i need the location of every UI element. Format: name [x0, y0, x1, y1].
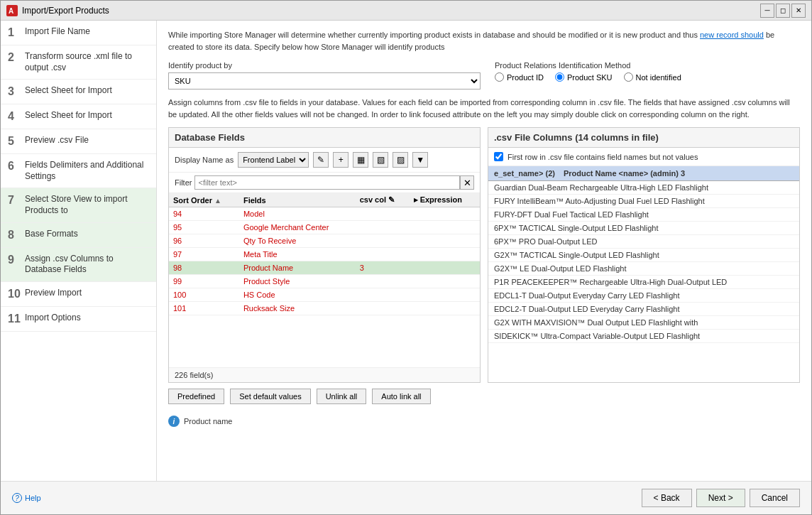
sidebar-item-9[interactable]: 9Assign .csv Columns to Database Fields	[1, 248, 156, 282]
copy-icon-btn[interactable]: ▦	[353, 152, 368, 168]
table-row[interactable]: 95 Google Merchant Center	[169, 221, 480, 234]
list-item[interactable]: G2X™ LE Dual-Output LED Flashlight	[488, 262, 799, 276]
sidebar-item-5[interactable]: 5Preview .csv File	[1, 129, 156, 154]
sidebar-num-5: 5	[8, 135, 25, 148]
list-item[interactable]: Guardian Dual-Beam Rechargeable Ultra-Hi…	[488, 181, 799, 195]
minimize-button[interactable]: ─	[760, 4, 774, 18]
csv-header-col1: e_set_name> (2)	[494, 169, 555, 178]
radio-not-identified[interactable]: Not identified	[624, 72, 681, 82]
col-sort-order[interactable]: Sort Order ▲	[169, 193, 239, 207]
sidebar-item-11[interactable]: 11Import Options	[1, 307, 156, 332]
col-fields[interactable]: Fields	[239, 193, 356, 207]
cell-field: Product Style	[239, 275, 356, 288]
table-row[interactable]: 94 Model	[169, 207, 480, 221]
db-panel-header: Database Fields	[169, 128, 480, 148]
filter-clear-btn[interactable]: ✕	[460, 175, 474, 190]
cancel-btn[interactable]: Cancel	[750, 489, 800, 507]
identify-block: Identify product by SKU	[168, 61, 481, 90]
list-item[interactable]: FURY-DFT Dual Fuel Tactical LED Flashlig…	[488, 208, 799, 222]
cell-sort: 100	[169, 288, 239, 302]
cell-csv-col	[356, 221, 410, 234]
sidebar-item-4[interactable]: 4Select Sheet for Import	[1, 104, 156, 129]
list-item[interactable]: EDCL2-T Dual-Output LED Everyday Carry F…	[488, 303, 799, 316]
sidebar-item-1[interactable]: 1Import File Name	[1, 21, 156, 45]
sidebar-num-2: 2	[8, 51, 25, 64]
radio-product-id[interactable]: Product ID	[495, 72, 544, 82]
table-row[interactable]: 100 HS Code	[169, 288, 480, 302]
sidebar-item-3[interactable]: 3Select Sheet for Import	[1, 80, 156, 104]
help-label: Help	[25, 494, 41, 502]
list-item[interactable]: EDCL1-T Dual-Output Everyday Carry LED F…	[488, 289, 799, 303]
csv-header-col2: Product Name <name> (admin) 3	[564, 169, 685, 178]
sidebar-num-10: 10	[8, 288, 25, 300]
maximize-button[interactable]: ◻	[776, 4, 790, 18]
radio-product-sku[interactable]: Product SKU	[555, 72, 613, 82]
info-link[interactable]: new record should	[700, 31, 764, 39]
edit-icon-btn[interactable]: ✎	[313, 152, 329, 168]
list-item[interactable]: SIDEKICK™ Ultra-Compact Variable-Output …	[488, 330, 799, 343]
cell-field: Model	[239, 207, 356, 221]
filter-icon-btn[interactable]: ▼	[412, 152, 428, 168]
cell-expr	[410, 288, 480, 302]
sidebar-num-9: 9	[8, 254, 25, 266]
sidebar-item-7[interactable]: 7Select Store View to import Products to	[1, 188, 156, 222]
sidebar-item-10[interactable]: 10Preview Import	[1, 282, 156, 307]
display-name-row: Display Name as Frontend Label Attribute…	[169, 148, 480, 173]
cell-csv-col	[356, 248, 410, 261]
sidebar-item-8[interactable]: 8Base Formats	[1, 223, 156, 248]
sidebar: 1Import File Name2Transform source .xml …	[1, 21, 157, 481]
content-area: While importing Store Manager will deter…	[157, 21, 811, 481]
identify-section: Identify product by SKU Product Relation…	[168, 61, 800, 90]
close-button[interactable]: ✕	[791, 4, 806, 18]
predefined-btn[interactable]: Predefined	[168, 389, 224, 404]
list-item[interactable]: 6PX™ TACTICAL Single-Output LED Flashlig…	[488, 222, 799, 235]
list-item[interactable]: FURY IntelliBeam™ Auto-Adjusting Dual Fu…	[488, 195, 799, 208]
auto-link-btn[interactable]: Auto link all	[372, 389, 430, 404]
cell-field: HS Code	[239, 288, 356, 302]
sidebar-label-5: Preview .csv File	[25, 135, 89, 146]
cell-field: Product Name	[239, 261, 356, 275]
list-item[interactable]: P1R PEACEKEEPER™ Rechargeable Ultra-High…	[488, 276, 799, 289]
add-icon-btn[interactable]: +	[333, 152, 349, 168]
cell-field: Meta Title	[239, 248, 356, 261]
sidebar-item-6[interactable]: 6Fields Delimiters and Additional Settin…	[1, 154, 156, 188]
two-panels: Database Fields Display Name as Frontend…	[168, 127, 800, 383]
sidebar-num-4: 4	[8, 110, 25, 123]
table-row[interactable]: 98 Product Name 3	[169, 261, 480, 275]
list-item[interactable]: G2X WITH MAXVISION™ Dual Output LED Flas…	[488, 316, 799, 330]
table-row[interactable]: 99 Product Style	[169, 275, 480, 288]
col-expression[interactable]: ▸ Expression	[410, 193, 480, 207]
table-row[interactable]: 96 Qty To Receive	[169, 234, 480, 248]
list-item[interactable]: G2X™ TACTICAL Single-Output LED Flashlig…	[488, 249, 799, 262]
display-name-select[interactable]: Frontend Label Attribute Code Both	[238, 152, 309, 168]
help-link[interactable]: ? Help	[12, 493, 41, 503]
cell-csv-col	[356, 207, 410, 221]
paste-icon-btn[interactable]: ▧	[373, 152, 388, 168]
next-btn[interactable]: Next >	[696, 489, 745, 507]
sidebar-item-2[interactable]: 2Transform source .xml file to output .c…	[1, 45, 156, 80]
csv-firstrow-checkbox[interactable]	[494, 152, 503, 161]
table-row[interactable]: 97 Meta Title	[169, 248, 480, 261]
db-panel-footer: 226 field(s)	[169, 367, 480, 382]
app-icon: A	[6, 5, 18, 16]
unlink-all-btn[interactable]: Unlink all	[317, 389, 367, 404]
sidebar-label-7: Select Store View to import Products to	[25, 194, 149, 216]
delete-icon-btn[interactable]: ▨	[393, 152, 408, 168]
action-buttons: Predefined Set default values Unlink all…	[168, 383, 800, 410]
identify-select[interactable]: SKU	[168, 72, 481, 90]
product-name-hint: i Product name	[168, 410, 800, 427]
cell-csv-col	[356, 275, 410, 288]
hint-icon: i	[168, 416, 180, 427]
bottom-nav: < Back Next > Cancel	[642, 489, 800, 507]
db-panel-title: Database Fields	[175, 132, 245, 143]
sidebar-num-8: 8	[8, 229, 25, 242]
back-btn[interactable]: < Back	[642, 489, 692, 507]
filter-input[interactable]	[194, 175, 460, 190]
list-item[interactable]: 6PX™ PRO Dual-Output LED	[488, 235, 799, 249]
csv-panel: .csv File Columns (14 columns in file) F…	[488, 127, 800, 383]
set-default-btn[interactable]: Set default values	[230, 389, 310, 404]
filter-label: Filter	[175, 178, 192, 187]
cell-field: Qty To Receive	[239, 234, 356, 248]
table-row[interactable]: 101 Rucksack Size	[169, 302, 480, 315]
col-csv-col[interactable]: csv col ✎	[356, 193, 410, 207]
